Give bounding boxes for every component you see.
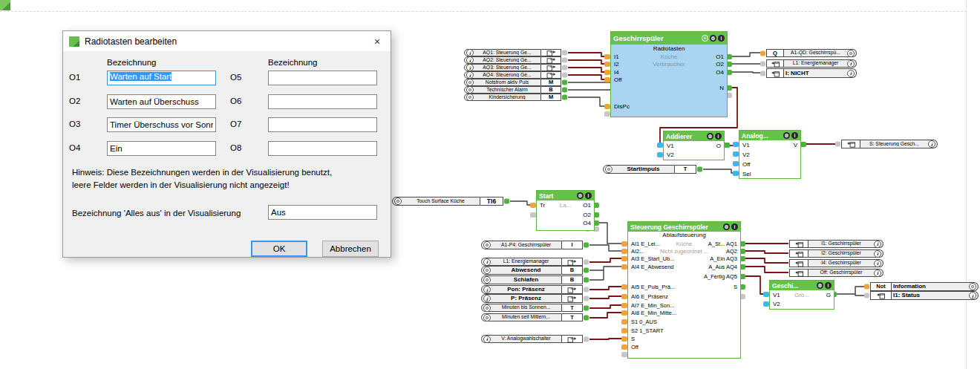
info-icon[interactable]: i	[791, 132, 798, 139]
connector[interactable]	[604, 77, 610, 82]
input-tag-pon-praesenz[interactable]: iPon: Präsenz	[481, 285, 583, 294]
connector[interactable]	[621, 294, 627, 299]
connector[interactable]	[724, 143, 730, 148]
output-tag-information[interactable]: Not Information⚙	[870, 282, 979, 291]
connector[interactable]	[864, 293, 869, 298]
input-tag-aq3[interactable]: iAQ3: Steuerung Ge...	[464, 64, 561, 71]
ok-button[interactable]: OK	[251, 241, 307, 257]
input-tag-minuten-seit-mitternacht[interactable]: ⚙Minuten seit Mittern... T	[481, 313, 583, 321]
alles-aus-input[interactable]	[268, 205, 377, 220]
connector[interactable]	[621, 344, 627, 350]
output-tag-i2-geschirrspueler[interactable]: I2: Geschirrspüleri	[789, 249, 883, 258]
connector[interactable]	[800, 142, 806, 147]
block-header[interactable]: Geschi... ⚙ i	[770, 281, 834, 290]
input-tag-notstrom[interactable]: ⚙Notstrom aktiv Puls M	[464, 79, 561, 86]
gear-icon[interactable]: ⚙	[723, 223, 730, 230]
gear-icon[interactable]: ⚙	[817, 282, 823, 289]
info-icon[interactable]: i	[731, 223, 738, 230]
connector[interactable]	[604, 111, 610, 117]
connector[interactable]	[621, 241, 627, 246]
connector[interactable]	[562, 73, 567, 78]
input-tag-aq4[interactable]: iAQ4: Steuerung Ge...	[464, 71, 561, 79]
connector[interactable]	[760, 71, 765, 76]
output-tag-i1-geschirrspueler[interactable]: I1: Geschirrspüleri	[789, 240, 883, 248]
connector[interactable]	[835, 142, 840, 147]
info-icon[interactable]: i	[718, 35, 725, 42]
connector[interactable]	[584, 259, 589, 264]
connector[interactable]	[584, 243, 589, 248]
o2-input[interactable]	[107, 94, 216, 109]
input-tag-schlafen[interactable]: ⚙Schlafen B	[481, 275, 583, 284]
output-tag-off-geschirrspueler[interactable]: Off: Geschirrspüleri	[789, 269, 883, 277]
o6-input[interactable]	[268, 94, 377, 109]
connector[interactable]	[763, 301, 769, 307]
connector[interactable]	[621, 256, 627, 261]
connector[interactable]	[733, 142, 739, 147]
input-tag-minuten-bis-sonnen[interactable]: ⚙Minuten bis Sonnen... T	[481, 304, 583, 312]
connector[interactable]	[733, 161, 739, 166]
connector[interactable]	[604, 70, 610, 75]
connector[interactable]	[562, 58, 567, 63]
connector[interactable]	[621, 264, 627, 270]
connector[interactable]	[562, 80, 567, 85]
connector[interactable]	[621, 303, 627, 308]
input-tag-touch-surface[interactable]: ⚙Touch Surface Küche TI6	[392, 197, 503, 206]
connector[interactable]	[621, 352, 627, 357]
block-header[interactable]: Analog... ⚙ i	[739, 131, 800, 140]
connector[interactable]	[584, 296, 589, 301]
connector[interactable]	[697, 167, 702, 172]
connector[interactable]	[604, 104, 610, 109]
info-icon[interactable]: i	[585, 192, 592, 199]
gear-icon[interactable]: ⚙	[577, 192, 584, 199]
output-tag-s-steuerung[interactable]: S: Steuerung Gesch...i	[841, 140, 938, 148]
connector[interactable]	[530, 212, 536, 218]
input-tag-technischer-alarm[interactable]: ⚙Technischer Alarm B	[464, 86, 561, 94]
connector[interactable]	[657, 152, 663, 157]
connector[interactable]	[562, 65, 567, 71]
o1-input[interactable]: Warten auf Start	[107, 71, 216, 85]
connector[interactable]	[621, 310, 627, 316]
connector[interactable]	[864, 284, 869, 290]
o4-input[interactable]	[107, 141, 216, 156]
input-tag-abwesend[interactable]: ⚙Abwesend B	[481, 266, 583, 275]
block-header[interactable]: Geschirrspüler + ⚙ i	[611, 32, 727, 45]
connector[interactable]	[584, 268, 589, 273]
connector[interactable]	[621, 336, 627, 342]
o8-input[interactable]	[268, 141, 377, 156]
block-addierer[interactable]: Addierer ⚙ i V1O V2	[663, 131, 725, 160]
block-analogwahlschalter[interactable]: Analog... ⚙ i V1V V2 Off Sel	[739, 130, 801, 179]
o3-input[interactable]	[107, 117, 216, 132]
input-tag-kindersicherung[interactable]: ⚙Kindersicherung M	[464, 94, 561, 101]
dialog-titlebar[interactable]: Radiotasten bearbeiten ×	[63, 31, 391, 51]
connector[interactable]	[584, 278, 589, 283]
block-steuerung-geschirrspueler[interactable]: Steuerung Geschirrspüler ⚙ i Ablaufsteue…	[627, 221, 741, 359]
connector[interactable]	[604, 62, 610, 67]
connector[interactable]	[621, 284, 627, 290]
gear-icon[interactable]: ⚙	[710, 35, 716, 42]
connector[interactable]	[562, 88, 567, 93]
output-tag-i4-geschirrspueler[interactable]: I4: Geschirrspüleri	[789, 259, 883, 267]
connector[interactable]	[621, 328, 627, 333]
input-tag-aq2[interactable]: iAQ2: Steuerung Ge...	[464, 56, 561, 64]
connector[interactable]	[621, 249, 627, 254]
output-tag-l1-energiemanager[interactable]: L1: Energiemanageri	[766, 59, 857, 68]
o5-input[interactable]	[268, 71, 377, 85]
move-icon[interactable]: +	[702, 35, 708, 42]
connector[interactable]	[530, 203, 536, 208]
output-tag-a1qd[interactable]: Q A1-QD: Geschirrspü...⚙	[766, 49, 857, 57]
connector[interactable]	[760, 61, 765, 66]
connector[interactable]	[504, 199, 509, 204]
connector[interactable]	[760, 50, 765, 56]
input-tag-p-praesenz[interactable]: iP: Präsenz	[481, 294, 583, 303]
block-geschirrspueler-radiotasten[interactable]: Geschirrspüler + ⚙ i Radiotasten I1Küche…	[610, 31, 728, 117]
block-vergleicher[interactable]: Geschi... ⚙ i V1Grö...G V2	[769, 280, 834, 310]
close-icon[interactable]: ×	[364, 31, 391, 51]
o7-input[interactable]	[268, 117, 377, 132]
input-tag-a1p4[interactable]: ⚙A1-P4: Geschirrspüler I	[481, 241, 583, 249]
input-tag-analogwahlschalter[interactable]: iV: Analogwahlschalter	[481, 335, 583, 343]
connector[interactable]	[621, 319, 627, 324]
block-header[interactable]: Start ⚙ i	[537, 191, 594, 200]
cancel-button[interactable]: Abbrechen	[322, 241, 379, 257]
block-header[interactable]: Addierer ⚙ i	[664, 131, 724, 141]
connector[interactable]	[584, 315, 589, 320]
